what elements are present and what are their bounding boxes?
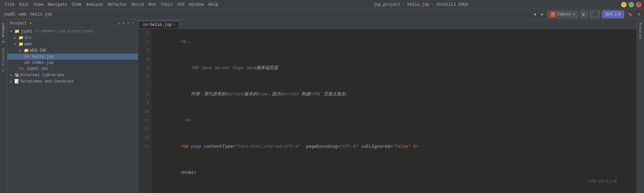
line-num-7: 7 <box>141 81 149 90</box>
code-span: <%@ <box>180 144 191 149</box>
tree-path-jsp01: F:\IDEAWork\jsp_project\jsp01 <box>35 30 93 33</box>
panel-close-icon[interactable]: × <box>131 21 135 26</box>
menu-analyze[interactable]: Analyze <box>84 2 105 8</box>
code-span: false <box>395 144 408 149</box>
panel-gear-icon[interactable]: ⚙ <box>117 21 121 26</box>
maximize-button[interactable]: □ <box>629 2 634 7</box>
menu-refactor[interactable]: Refactor <box>106 2 129 8</box>
sidebar-tab-structure[interactable]: 2: Structure <box>1 46 6 74</box>
code-line-1: <%-- <box>154 29 634 55</box>
close-button[interactable]: × <box>636 2 641 7</box>
code-span: contentType= <box>204 144 235 149</box>
menu-file[interactable]: File <box>3 2 16 8</box>
tree-label-scratches: Scratches and Consoles <box>20 79 73 84</box>
sidebar-tab-project[interactable]: 1: Project <box>1 21 6 45</box>
project-panel: Project ▾ ⚙ ≡ ⊟ × ▼ 📁 jsp01 F:\IDEAWork\… <box>7 19 138 193</box>
menu-tools[interactable]: Tools <box>159 2 175 8</box>
menu-view[interactable]: View <box>32 2 45 8</box>
editor-tabs: JSP hello.jsp × <box>138 19 637 29</box>
project-tree: ▼ 📁 jsp01 F:\IDEAWork\jsp_project\jsp01 … <box>7 28 138 193</box>
menu-run[interactable]: Run <box>147 2 158 8</box>
panel-settings-icon[interactable]: ⊟ <box>127 21 130 26</box>
line-num-9: 9 <box>141 99 149 107</box>
breadcrumb-sep-2: › <box>27 12 30 17</box>
tree-item-jsp01[interactable]: ▼ 📁 jsp01 F:\IDEAWork\jsp_project\jsp01 <box>7 28 138 35</box>
layout-button[interactable]: ⊟ <box>636 11 642 17</box>
tree-label-webinf: WEB-INF <box>30 48 47 53</box>
tree-label-indexjsp: index.jsp <box>32 60 54 65</box>
line-num-13: 13 <box>141 134 149 142</box>
window-title: jsp_project - hello.jsp - IntelliJ IDEA <box>220 2 621 7</box>
file-indexjsp-icon: JSP <box>24 61 30 65</box>
project-panel-actions: ⚙ ≡ ⊟ × <box>117 21 135 26</box>
breadcrumb-sep-1: › <box>16 12 18 17</box>
menu-edit[interactable]: Edit <box>17 2 31 8</box>
left-sidebar-tabs: 1: Project 2: Structure <box>0 19 7 193</box>
code-span: %> <box>413 144 419 149</box>
code-editor[interactable]: 1 2 3 4 5 6 7 8 9 10 11 12 13 14 <%-- <box>138 29 637 193</box>
code-span: < <box>180 170 183 175</box>
tree-item-web[interactable]: ▼ 📁 web <box>7 41 138 47</box>
project-panel-header: Project ▾ ⚙ ≡ ⊟ × <box>7 19 138 28</box>
breadcrumb-jsp01[interactable]: jsp01 <box>3 12 15 17</box>
menu-navigate[interactable]: Navigate <box>46 2 69 8</box>
tree-item-hellojsp[interactable]: JSP hello.jsp <box>7 54 138 60</box>
line-num-12: 12 <box>141 125 149 134</box>
arrow-icon: ▼ <box>10 30 13 33</box>
main-layout: 1: Project 2: Structure Project ▾ ⚙ ≡ ⊟ … <box>0 19 644 193</box>
tomcat-label: Tomcat <box>557 12 571 17</box>
tomcat-config-button[interactable]: T Tomcat ▾ <box>547 11 578 18</box>
tree-item-scratches[interactable]: ▶ 📝 Scratches and Consoles <box>7 78 138 85</box>
menu-code[interactable]: Code <box>70 2 84 8</box>
debug-button[interactable]: ⬛ <box>590 10 600 18</box>
menu-bar[interactable]: File Edit View Navigate Code Analyze Ref… <box>3 2 220 8</box>
minimize-button[interactable]: − <box>621 2 627 7</box>
code-line-6: <html> <box>154 160 634 186</box>
tab-label-hellojsp: hello.jsp <box>150 22 172 27</box>
toolbar-right: ◀ ▶ T Tomcat ▾ ▶ ⬛ 插件上传 🔖 ⊟ <box>532 10 642 18</box>
nav-back-button[interactable]: ◀ <box>532 11 538 17</box>
tree-label-external: External Libraries <box>20 73 64 78</box>
build-status-check: ✓ <box>640 20 643 26</box>
tree-item-iml[interactable]: IML jsp01.iml <box>7 66 138 72</box>
breadcrumb: jsp01 › web › hello.jsp <box>3 12 52 17</box>
title-bar-left: File Edit View Navigate Code Analyze Ref… <box>3 2 220 8</box>
line-num-1: 1 <box>141 29 149 38</box>
file-hellojsp-icon: JSP <box>24 55 30 59</box>
upload-button[interactable]: 插件上传 <box>602 10 624 18</box>
breadcrumb-web[interactable]: web <box>19 12 26 17</box>
external-icon: 📚 <box>14 73 19 78</box>
code-span: "text/html;charset=UTF-8" <box>235 144 301 149</box>
project-panel-label: Project ▾ <box>10 21 32 26</box>
breadcrumb-hellojsp[interactable]: hello.jsp <box>30 12 52 17</box>
menu-build[interactable]: Build <box>130 2 146 8</box>
line-num-3: 3 <box>141 46 149 55</box>
line-num-8: 8 <box>141 90 149 99</box>
bookmark-button[interactable]: 🔖 <box>626 11 634 17</box>
tree-item-indexjsp[interactable]: JSP index.jsp <box>7 60 138 66</box>
module-icon: 📁 <box>14 29 19 34</box>
code-span: JSP Java Server Page Java服务端页面 <box>180 65 278 70</box>
menu-window[interactable]: Window <box>187 2 206 8</box>
tomcat-dropdown-icon: ▾ <box>573 12 575 17</box>
tree-label-src: src <box>24 36 32 40</box>
menu-vcs[interactable]: VCS <box>175 2 187 8</box>
run-button[interactable]: ▶ <box>580 10 588 18</box>
tree-item-webinf[interactable]: ▶ 📁 WEB-INF <box>7 47 138 54</box>
tree-item-external[interactable]: ▶ 📚 External Libraries <box>7 72 138 78</box>
panel-collapse-icon[interactable]: ≡ <box>122 21 125 26</box>
tree-item-src[interactable]: ▶ 📁 src <box>7 35 138 41</box>
arrow-external: ▶ <box>10 73 13 77</box>
code-content[interactable]: <%-- JSP Java Server Page Java服务端页面 作用：替… <box>152 29 637 193</box>
menu-help[interactable]: Help <box>206 2 220 8</box>
code-span: --%> <box>180 118 191 123</box>
code-span: isELIgnored= <box>359 144 392 149</box>
line-num-5: 5 <box>141 64 149 73</box>
code-span: "UTF-8" <box>340 144 359 149</box>
right-panel: Database <box>637 19 644 193</box>
tab-close-icon[interactable]: × <box>173 23 175 27</box>
arrow-scratches: ▶ <box>10 80 13 84</box>
code-span: pageEncoding= <box>301 144 340 149</box>
editor-tab-hellojsp[interactable]: JSP hello.jsp × <box>138 21 179 29</box>
nav-fwd-button[interactable]: ▶ <box>540 11 545 17</box>
